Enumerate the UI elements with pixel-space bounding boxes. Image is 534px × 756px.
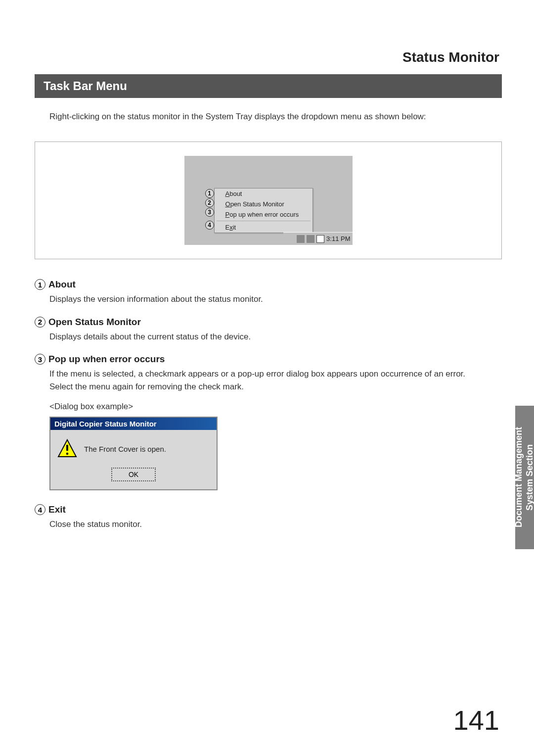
chapter-title: Status Monitor: [35, 49, 502, 65]
description-open: 2 Open Status Monitor Displays details a…: [35, 317, 502, 343]
dialog-titlebar: Digital Copier Status Monitor: [50, 418, 217, 430]
item-description: Displays details about the current statu…: [49, 331, 502, 343]
taskbar: 3:11 PM: [283, 232, 353, 245]
item-title: Pop up when error occurs: [48, 354, 165, 365]
menu-label: it: [233, 224, 236, 231]
example-label: <Dialog box example>: [49, 402, 502, 412]
tray-icon[interactable]: [307, 235, 314, 243]
callout-1: 1: [205, 189, 214, 198]
description-about: 1 About Displays the version information…: [35, 279, 502, 306]
dialog-message: The Front Cover is open.: [84, 445, 166, 453]
description-popup: 3 Pop up when error occurs If the menu i…: [35, 354, 502, 490]
warning-icon: [57, 439, 77, 459]
callout-3: 3: [205, 208, 214, 217]
taskbar-time: 3:11 PM: [326, 235, 350, 242]
page-number: 141: [453, 704, 499, 736]
screenshot-container: 1 2 3 4 About Open Status Monitor Pop up…: [35, 142, 502, 259]
menu-label: pen Status Monitor: [230, 200, 284, 208]
svg-point-2: [66, 453, 69, 455]
item-number: 2: [35, 317, 45, 328]
item-number: 4: [35, 504, 45, 515]
menu-label: op up when error occurs: [229, 211, 299, 218]
item-title: About: [48, 279, 76, 290]
callout-4: 4: [205, 221, 214, 230]
callout-2: 2: [205, 198, 214, 207]
item-title: Exit: [48, 504, 66, 515]
item-number: 1: [35, 279, 45, 290]
menu-item-open[interactable]: Open Status Monitor: [215, 199, 312, 209]
description-exit: 4 Exit Close the status monitor.: [35, 504, 502, 531]
item-description: If the menu is selected, a checkmark app…: [49, 368, 502, 393]
menu-label: bout: [229, 190, 242, 197]
side-tab: Document Management System Section: [515, 406, 534, 549]
side-tab-label: Document Management System Section: [514, 427, 534, 527]
tray-icon[interactable]: [297, 235, 305, 243]
menu-item-popup[interactable]: Pop up when error occurs: [215, 209, 312, 220]
menu-item-about[interactable]: About: [215, 189, 312, 199]
menu-divider: [217, 221, 311, 221]
screenshot-image: 1 2 3 4 About Open Status Monitor Pop up…: [184, 156, 353, 245]
ok-button[interactable]: OK: [111, 468, 156, 481]
svg-rect-1: [66, 445, 68, 451]
section-header: Task Bar Menu: [35, 74, 502, 98]
item-description: Close the status monitor.: [49, 518, 502, 531]
tray-icon-monitor[interactable]: [316, 235, 324, 243]
intro-text: Right-clicking on the status monitor in …: [49, 112, 502, 122]
menu-item-exit[interactable]: Exit: [215, 222, 312, 233]
item-title: Open Status Monitor: [48, 317, 141, 328]
context-menu: About Open Status Monitor Pop up when er…: [214, 188, 313, 233]
dialog-example: Digital Copier Status Monitor The Front …: [49, 417, 218, 490]
item-description: Displays the version information about t…: [49, 293, 502, 306]
item-number: 3: [35, 354, 45, 365]
